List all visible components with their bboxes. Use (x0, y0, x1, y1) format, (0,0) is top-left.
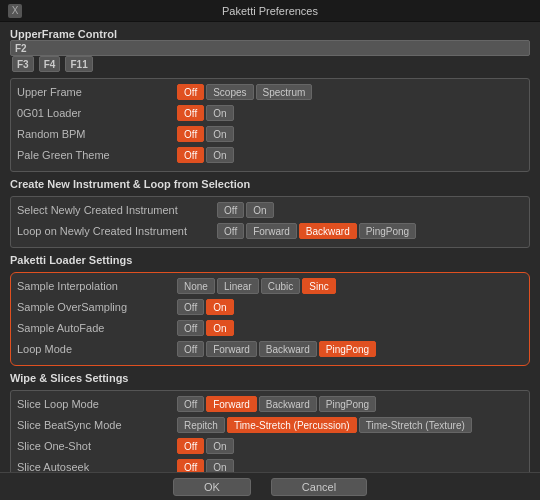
loop-mode-pingpong[interactable]: PingPong (319, 341, 376, 357)
0g01-label: 0G01 Loader (17, 107, 177, 119)
loop-instrument-forward[interactable]: Forward (246, 223, 297, 239)
loop-mode-forward[interactable]: Forward (206, 341, 257, 357)
interp-cubic[interactable]: Cubic (261, 278, 301, 294)
loop-instrument-label: Loop on Newly Created Instrument (17, 225, 217, 237)
slice-beatsync-texture[interactable]: Time-Stretch (Texture) (359, 417, 472, 433)
create-instrument-header: Create New Instrument & Loop from Select… (10, 178, 530, 192)
f2-key[interactable]: F2 (10, 40, 530, 56)
select-instrument-label: Select Newly Created Instrument (17, 204, 217, 216)
cancel-button[interactable]: Cancel (271, 478, 367, 496)
paketti-loader-header: Paketti Loader Settings (10, 254, 530, 268)
loop-mode-off[interactable]: Off (177, 341, 204, 357)
wipe-slices-inner: Slice Loop Mode Off Forward Backward Pin… (10, 390, 530, 472)
slice-loop-forward[interactable]: Forward (206, 396, 257, 412)
slice-loop-btns: Off Forward Backward PingPong (177, 396, 376, 412)
slice-autoseek-on[interactable]: On (206, 459, 233, 472)
select-instrument-off[interactable]: Off (217, 202, 244, 218)
f3-key[interactable]: F3 (12, 56, 34, 72)
0g01-off[interactable]: Off (177, 105, 204, 121)
loop-instrument-pingpong[interactable]: PingPong (359, 223, 416, 239)
slice-beatsync-repitch[interactable]: Repitch (177, 417, 225, 433)
loop-instrument-row: Loop on Newly Created Instrument Off For… (17, 222, 523, 240)
slice-beatsync-label: Slice BeatSync Mode (17, 419, 177, 431)
sample-interp-row: Sample Interpolation None Linear Cubic S… (17, 277, 523, 295)
palegreen-label: Pale Green Theme (17, 149, 177, 161)
loop-mode-label: Loop Mode (17, 343, 177, 355)
slice-oneshot-row: Slice One-Shot Off On (17, 437, 523, 455)
interp-sinc[interactable]: Sinc (302, 278, 335, 294)
oversampling-on[interactable]: On (206, 299, 233, 315)
autofade-on[interactable]: On (206, 320, 233, 336)
create-instrument-section: Create New Instrument & Loop from Select… (10, 178, 530, 248)
randombpm-row: Random BPM Off On (17, 125, 523, 143)
palegreen-on[interactable]: On (206, 147, 233, 163)
slice-autoseek-row: Slice Autoseek Off On (17, 458, 523, 472)
sample-interp-btns: None Linear Cubic Sinc (177, 278, 336, 294)
palegreen-btns: Off On (177, 147, 234, 163)
loop-mode-row: Loop Mode Off Forward Backward PingPong (17, 340, 523, 358)
slice-loop-label: Slice Loop Mode (17, 398, 177, 410)
loop-instrument-backward[interactable]: Backward (299, 223, 357, 239)
slice-loop-row: Slice Loop Mode Off Forward Backward Pin… (17, 395, 523, 413)
upperframe-label: Upper Frame (17, 86, 177, 98)
randombpm-on[interactable]: On (206, 126, 233, 142)
oversampling-label: Sample OverSampling (17, 301, 177, 313)
slice-oneshot-label: Slice One-Shot (17, 440, 177, 452)
upperframe-section: UpperFrame Control F2 F3 F4 F11 Upper Fr… (10, 28, 530, 172)
slice-beatsync-percussion[interactable]: Time-Stretch (Percussion) (227, 417, 357, 433)
upperframe-scopes[interactable]: Scopes (206, 84, 253, 100)
0g01-btns: Off On (177, 105, 234, 121)
upperframe-row: Upper Frame Off Scopes Spectrum (17, 83, 523, 101)
upperframe-btns: Off Scopes Spectrum (177, 84, 312, 100)
sample-interp-label: Sample Interpolation (17, 280, 177, 292)
select-instrument-on[interactable]: On (246, 202, 273, 218)
loop-instrument-off[interactable]: Off (217, 223, 244, 239)
autofade-off[interactable]: Off (177, 320, 204, 336)
ok-button[interactable]: OK (173, 478, 251, 496)
interp-none[interactable]: None (177, 278, 215, 294)
randombpm-label: Random BPM (17, 128, 177, 140)
loop-mode-backward[interactable]: Backward (259, 341, 317, 357)
loop-instrument-btns: Off Forward Backward PingPong (217, 223, 416, 239)
upperframe-header: UpperFrame Control F2 F3 F4 F11 (10, 28, 530, 74)
oversampling-btns: Off On (177, 299, 234, 315)
upperframe-off[interactable]: Off (177, 84, 204, 100)
autofade-btns: Off On (177, 320, 234, 336)
upperframe-inner: Upper Frame Off Scopes Spectrum 0G01 Loa… (10, 78, 530, 172)
oversampling-row: Sample OverSampling Off On (17, 298, 523, 316)
f11-key[interactable]: F11 (65, 56, 92, 72)
randombpm-btns: Off On (177, 126, 234, 142)
autofade-label: Sample AutoFade (17, 322, 177, 334)
randombpm-off[interactable]: Off (177, 126, 204, 142)
slice-loop-off[interactable]: Off (177, 396, 204, 412)
footer: OK Cancel (0, 472, 540, 500)
window-title: Paketti Preferences (222, 5, 318, 17)
slice-autoseek-label: Slice Autoseek (17, 461, 177, 472)
create-instrument-inner: Select Newly Created Instrument Off On L… (10, 196, 530, 248)
slice-oneshot-on[interactable]: On (206, 438, 233, 454)
slice-oneshot-off[interactable]: Off (177, 438, 204, 454)
select-instrument-btns: Off On (217, 202, 274, 218)
palegreen-row: Pale Green Theme Off On (17, 146, 523, 164)
slice-beatsync-btns: Repitch Time-Stretch (Percussion) Time-S… (177, 417, 472, 433)
slice-beatsync-row: Slice BeatSync Mode Repitch Time-Stretch… (17, 416, 523, 434)
0g01-on[interactable]: On (206, 105, 233, 121)
upperframe-spectrum[interactable]: Spectrum (256, 84, 313, 100)
slice-autoseek-btns: Off On (177, 459, 234, 472)
title-bar: X Paketti Preferences (0, 0, 540, 22)
palegreen-off[interactable]: Off (177, 147, 204, 163)
close-button[interactable]: X (8, 4, 22, 18)
wipe-slices-header: Wipe & Slices Settings (10, 372, 530, 386)
slice-autoseek-off[interactable]: Off (177, 459, 204, 472)
oversampling-off[interactable]: Off (177, 299, 204, 315)
slice-loop-pingpong[interactable]: PingPong (319, 396, 376, 412)
f4-key[interactable]: F4 (39, 56, 61, 72)
autofade-row: Sample AutoFade Off On (17, 319, 523, 337)
interp-linear[interactable]: Linear (217, 278, 259, 294)
0g01-row: 0G01 Loader Off On (17, 104, 523, 122)
slice-oneshot-btns: Off On (177, 438, 234, 454)
paketti-loader-section: Paketti Loader Settings Sample Interpola… (10, 254, 530, 366)
slice-loop-backward[interactable]: Backward (259, 396, 317, 412)
paketti-loader-inner: Sample Interpolation None Linear Cubic S… (10, 272, 530, 366)
main-content: UpperFrame Control F2 F3 F4 F11 Upper Fr… (0, 22, 540, 472)
